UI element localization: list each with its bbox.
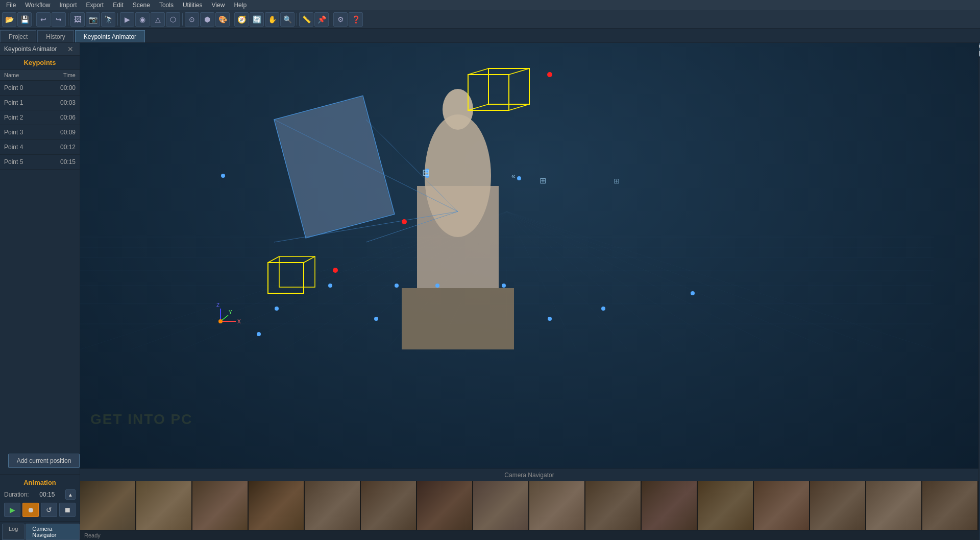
add-current-position-button[interactable]: Add current position [8,454,80,468]
svg-text:⊞: ⊞ [614,177,620,185]
svg-point-53 [601,307,605,311]
toolbar-redo[interactable]: ↪ [52,12,66,27]
toolbar-settings[interactable]: ⚙ [333,12,348,27]
panel-title-bar: Keypoints Animator ✕ [0,43,80,56]
svg-point-52 [502,284,506,288]
viewport[interactable]: ⊞ ⊞ « ⊞ Z X Y GET INTO PC [80,43,978,468]
menu-workflow[interactable]: Workflow [21,1,54,10]
tab-history[interactable]: History [37,30,74,42]
svg-rect-43 [279,256,315,287]
svg-point-26 [425,114,491,237]
svg-text:⊞: ⊞ [422,168,430,178]
toolbar-new[interactable]: 📂 [2,12,16,27]
play-button[interactable]: ▶ [4,503,20,517]
svg-point-56 [257,332,261,336]
duration-label: Duration: [4,491,29,498]
keypoints-table-header: Name Time [0,69,80,81]
col-header-time: Time [39,70,80,80]
keypoints-row-5[interactable]: Point 5 00:15 [0,155,80,170]
menu-view[interactable]: View [208,1,229,10]
svg-rect-29 [275,97,393,237]
toolbar-annotate[interactable]: 📌 [314,12,329,27]
svg-line-16 [507,212,576,349]
toolbar-workflow-align[interactable]: ▶ [120,12,134,27]
panel-title: Keypoints Animator [4,45,57,53]
keypoints-section-title: Keypoints [0,56,80,69]
toolbar-navigate[interactable]: 🧭 [234,12,249,27]
toolbar: 📂 💾 ↩ ↪ 🖼 📷 🔭 ▶ ◉ △ ⬡ ⊙ ⬢ 🎨 🧭 🔄 ✋ 🔍 📏 📌 … [0,10,980,29]
svg-point-45 [275,307,279,311]
panel-close-button[interactable]: ✕ [65,45,76,53]
svg-line-19 [507,212,729,349]
toolbar-save[interactable]: 💾 [17,12,32,27]
menu-scene[interactable]: Scene [129,1,154,10]
toolbar-add-laser[interactable]: 🔭 [101,12,115,27]
status-bar: Ready [80,530,978,540]
svg-line-17 [507,212,627,349]
viewport-grid: ⊞ ⊞ « ⊞ Z X Y [80,43,978,468]
keypoints-row-1[interactable]: Point 1 00:03 [0,96,80,110]
svg-point-46 [328,284,332,288]
animation-title: Animation [4,479,76,486]
svg-line-36 [509,68,529,75]
duration-increment-button[interactable]: ▲ [65,489,76,500]
control-point-red-2 [402,219,407,224]
toolbar-view-texture[interactable]: 🎨 [215,12,230,27]
toolbar-measure[interactable]: 📏 [299,12,313,27]
tab-keypoints-animator[interactable]: Keypoints Animator [75,30,145,42]
tab-project[interactable]: Project [0,30,36,42]
animation-section: Animation Duration: 00:15 ▲ ▶ ⏺ ↺ ⏹ [0,474,80,521]
svg-text:X: X [237,319,241,324]
svg-text:Z: Z [216,302,219,308]
toolbar-add-photos[interactable]: 🖼 [70,12,85,27]
toolbar-pan[interactable]: ✋ [265,12,279,27]
keypoints-row-3[interactable]: Point 3 00:09 [0,125,80,140]
keypoints-row-0[interactable]: Point 0 00:00 [0,81,80,96]
menu-import[interactable]: Import [55,1,81,10]
svg-line-21 [507,212,831,349]
toolbar-view-point[interactable]: ⊙ [185,12,199,27]
svg-line-18 [507,212,678,349]
menu-tools[interactable]: Tools [155,1,178,10]
toolbar-workflow-texture[interactable]: ⬡ [166,12,180,27]
toolbar-rotate[interactable]: 🔄 [250,12,264,27]
toolbar-sep7 [331,13,331,26]
menu-edit[interactable]: Edit [109,1,128,10]
menu-bar: File Workflow Import Export Edit Scene T… [0,0,980,10]
stop-button[interactable]: ⏹ [59,503,76,517]
toolbar-workflow-mesh[interactable]: △ [151,12,165,27]
keypoints-row-2[interactable]: Point 2 00:06 [0,110,80,125]
svg-point-65 [218,319,223,323]
statue-silhouette [402,89,514,349]
loop-button[interactable]: ↺ [41,503,57,517]
bottom-tab-camera-navigator[interactable]: Camera Navigator [26,524,80,540]
svg-rect-24 [402,288,514,349]
toolbar-workflow-dense[interactable]: ◉ [135,12,150,27]
axis-indicator: Z X Y [216,302,241,324]
toolbar-zoom[interactable]: 🔍 [280,12,295,27]
svg-line-35 [468,68,488,75]
record-button[interactable]: ⏺ [22,503,39,517]
menu-utilities[interactable]: Utilities [179,1,207,10]
toolbar-sep2 [68,13,68,26]
toolbar-add-video[interactable]: 📷 [86,12,100,27]
keypoints-row-4[interactable]: Point 4 00:12 [0,140,80,155]
svg-rect-40 [268,263,304,293]
keypoints-section: Keypoints Name Time Point 0 00:00 Point … [0,56,80,252]
svg-line-38 [509,104,529,110]
toolbar-undo[interactable]: ↩ [36,12,51,27]
menu-file[interactable]: File [2,1,20,10]
toolbar-help[interactable]: ❓ [349,12,363,27]
camera-navigator-header: Camera Navigator [80,469,978,481]
status-text: Ready [84,532,101,538]
bottom-tab-log[interactable]: Log [2,524,24,540]
duration-value: 00:15 [39,491,55,498]
svg-text:⊞: ⊞ [540,176,546,185]
toolbar-sep6 [297,13,297,26]
left-panel: Keypoints Animator ✕ Keypoints Name Time… [0,43,80,540]
svg-point-57 [691,291,695,295]
menu-export[interactable]: Export [82,1,108,10]
menu-help[interactable]: Help [230,1,251,10]
toolbar-view-mesh[interactable]: ⬢ [200,12,214,27]
bottom-tabs: Log Camera Navigator [0,521,80,540]
